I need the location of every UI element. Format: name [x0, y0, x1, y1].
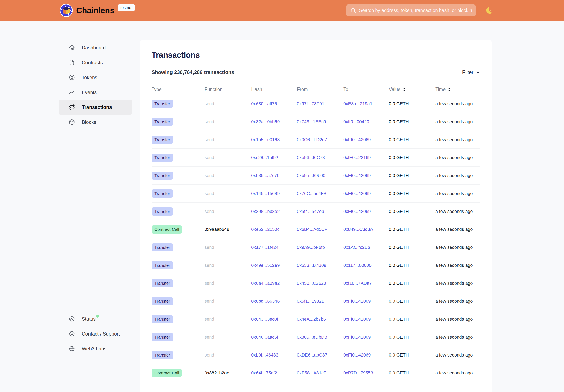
hash-link[interactable]: 0x046...aac5f	[251, 335, 278, 340]
value-cell: 0.0 GETH	[389, 299, 435, 304]
hash-link[interactable]: 0x398...bb3e2	[251, 209, 280, 214]
hash-link[interactable]: 0xc28...1bf92	[251, 155, 278, 160]
from-address-link[interactable]: 0xe96...f6C73	[297, 155, 325, 160]
value-cell: 0.0 GETH	[389, 370, 435, 376]
sidebar-item-web3-labs[interactable]: Web3 Labs	[58, 341, 132, 356]
hash-link[interactable]: 0x680...aff75	[251, 101, 277, 106]
to-address-link[interactable]: 0xB7D...79553	[343, 370, 373, 376]
to-address-link[interactable]: 0xFf0...42069	[343, 352, 371, 358]
function-cell: send	[205, 209, 251, 214]
hash-link[interactable]: 0x6a4...a09a2	[251, 281, 280, 286]
table-row: Transfer send 0x32a...0bb69 0x743...1EEc…	[151, 113, 481, 131]
table-row: Contract Call 0x9aaab648 0xe52...2150c 0…	[151, 221, 481, 238]
hash-link[interactable]: 0x0bd...66346	[251, 299, 280, 304]
moon-icon	[485, 6, 494, 15]
to-address-link[interactable]: 0xFf0...42069	[343, 299, 371, 304]
sidebar-item-dashboard[interactable]: Dashboard	[58, 40, 132, 55]
to-address-link[interactable]: 0xff0...00420	[343, 119, 369, 124]
hash-link[interactable]: 0x64f...75af2	[251, 370, 277, 376]
sidebar-footer-nav: Status Contact / Support Web3 Labs	[58, 311, 132, 356]
sort-icon[interactable]	[403, 88, 405, 91]
app-header: Chainlens testnet	[0, 0, 564, 21]
to-address-link[interactable]: 0x117...00000	[343, 263, 371, 268]
column-header-hash: Hash	[251, 87, 297, 92]
time-cell: a few seconds ago	[435, 281, 481, 286]
to-address-link[interactable]: 0x1Af...fc2Eb	[343, 245, 370, 250]
from-address-link[interactable]: 0x6B4...Ad5CF	[297, 227, 327, 232]
function-cell: send	[205, 281, 251, 286]
table-row: Transfer send 0x0bd...66346 0x5f1...1932…	[151, 292, 481, 310]
to-address-link[interactable]: 0xFf0...42069	[343, 209, 371, 214]
type-badge: Transfer	[151, 189, 173, 198]
from-address-link[interactable]: 0x97f...78F91	[297, 101, 324, 106]
filter-label: Filter	[462, 69, 473, 75]
sidebar-item-contracts[interactable]: Contracts	[58, 55, 132, 70]
sidebar-item-events[interactable]: Events	[58, 85, 132, 100]
from-address-link[interactable]: 0x5f1...1932B	[297, 299, 325, 304]
from-address-link[interactable]: 0xb95...89b00	[297, 173, 325, 178]
hash-link[interactable]: 0xe52...2150c	[251, 227, 279, 232]
time-cell: a few seconds ago	[435, 352, 481, 358]
sidebar-nav: Dashboard Contracts Tokens Events Transa…	[58, 40, 132, 129]
to-address-link[interactable]: 0xE3a...219a1	[343, 101, 372, 106]
column-header-value[interactable]: Value	[389, 87, 435, 92]
hash-link[interactable]: 0xb35...a7c70	[251, 173, 279, 178]
to-address-link[interactable]: 0xfF0...22169	[343, 155, 371, 160]
hash-link[interactable]: 0x843...3ec0f	[251, 317, 278, 322]
from-address-link[interactable]: 0x9A9...bF6fb	[297, 245, 325, 250]
time-cell: a few seconds ago	[435, 370, 481, 376]
sidebar-item-contact-support[interactable]: Contact / Support	[58, 326, 132, 341]
hash-link[interactable]: 0x1b5...e0163	[251, 137, 280, 142]
from-address-link[interactable]: 0x5f4...547eb	[297, 209, 324, 214]
from-address-link[interactable]: 0xDE6...abC87	[297, 352, 327, 358]
from-address-link[interactable]: 0x305...eDbDB	[297, 335, 327, 340]
sort-icon[interactable]	[448, 88, 450, 91]
brand[interactable]: Chainlens testnet	[59, 4, 135, 17]
to-address-link[interactable]: 0xFf0...42069	[343, 137, 371, 142]
from-address-link[interactable]: 0x743...1EEc9	[297, 119, 326, 124]
hash-link[interactable]: 0x32a...0bb69	[251, 119, 280, 124]
function-cell: send	[205, 119, 251, 125]
from-address-link[interactable]: 0x0C6...FD2d7	[297, 137, 327, 142]
transactions-page: Transactions Showing 230,764,286 transac…	[140, 40, 492, 392]
theme-toggle-button[interactable]	[484, 6, 494, 15]
sidebar-item-label: Contracts	[82, 60, 103, 66]
time-cell: a few seconds ago	[435, 119, 481, 125]
function-cell: send	[205, 299, 251, 304]
sidebar-item-tokens[interactable]: Tokens	[58, 70, 132, 85]
transactions-count-text: Showing 230,764,286 transactions	[151, 69, 234, 75]
hash-link[interactable]: 0x49e...512e9	[251, 263, 280, 268]
function-cell: send	[205, 101, 251, 106]
search-bar[interactable]	[346, 4, 476, 16]
time-cell: a few seconds ago	[435, 137, 481, 142]
to-address-link[interactable]: 0xFf0...42069	[343, 335, 371, 340]
from-address-link[interactable]: 0x450...C2620	[297, 281, 326, 286]
to-address-link[interactable]: 0x849...C3d8A	[343, 227, 373, 232]
hash-link[interactable]: 0xb0f...46483	[251, 352, 278, 358]
network-badge: testnet	[118, 4, 135, 11]
value-cell: 0.0 GETH	[389, 317, 435, 322]
value-cell: 0.0 GETH	[389, 155, 435, 160]
from-address-link[interactable]: 0x76C...5c4FB	[297, 191, 327, 196]
from-address-link[interactable]: 0x4eA...2b7b6	[297, 317, 326, 322]
hash-link[interactable]: 0x145...15689	[251, 191, 280, 196]
to-address-link[interactable]: 0xFf0...42069	[343, 317, 371, 322]
function-cell: send	[205, 263, 251, 268]
column-header-time[interactable]: Time	[435, 87, 481, 92]
sidebar-item-status[interactable]: Status	[58, 311, 132, 326]
sidebar-item-transactions[interactable]: Transactions	[58, 100, 132, 115]
search-input[interactable]	[359, 8, 472, 13]
globe-icon	[69, 346, 75, 352]
transactions-table-body: Transfer send 0x680...aff75 0x97f...78F9…	[151, 95, 481, 382]
type-badge: Transfer	[151, 333, 173, 341]
sidebar-item-blocks[interactable]: Blocks	[58, 115, 132, 129]
from-address-link[interactable]: 0xE58...A81cF	[297, 370, 326, 376]
function-cell: send	[205, 191, 251, 196]
filter-button[interactable]: Filter	[462, 69, 481, 75]
to-address-link[interactable]: 0xFf0...42069	[343, 173, 371, 178]
value-cell: 0.0 GETH	[389, 281, 435, 286]
to-address-link[interactable]: 0xFf0...42069	[343, 191, 371, 196]
hash-link[interactable]: 0xa77...1f424	[251, 245, 278, 250]
to-address-link[interactable]: 0xf10...7ADa7	[343, 281, 372, 286]
from-address-link[interactable]: 0x533...B7B09	[297, 263, 326, 268]
